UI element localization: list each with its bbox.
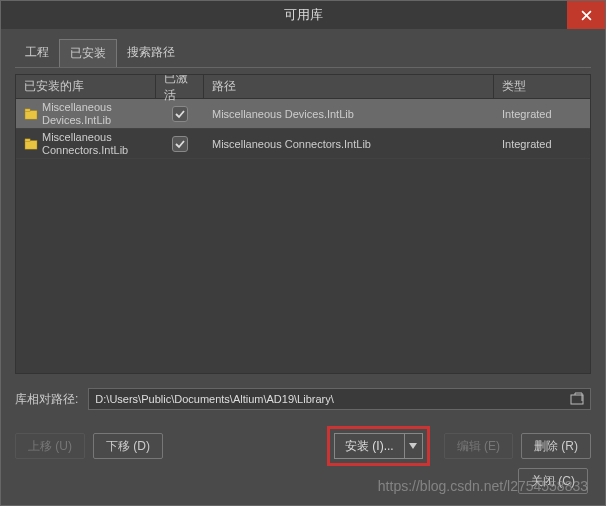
button-row: 上移 (U) 下移 (D) 安装 (I)... 编辑 (E) 删除 (R) — [15, 426, 591, 466]
cell-type: Integrated — [494, 99, 590, 128]
install-dropdown[interactable] — [405, 433, 423, 459]
dialog-window: 可用库 工程 已安装 搜索路径 已安装的库 已激活 路径 类型 Miscella… — [0, 0, 606, 506]
path-value: D:\Users\Public\Documents\Altium\AD19\Li… — [95, 393, 333, 405]
svg-rect-2 — [25, 140, 37, 149]
close-icon[interactable] — [567, 1, 605, 29]
path-row: 库相对路径: D:\Users\Public\Documents\Altium\… — [15, 388, 591, 410]
svg-rect-4 — [571, 395, 583, 404]
svg-rect-0 — [25, 110, 37, 119]
col-header-name[interactable]: 已安装的库 — [16, 75, 156, 98]
library-table: 已安装的库 已激活 路径 类型 Miscellaneous Devices.In… — [15, 74, 591, 374]
titlebar: 可用库 — [1, 1, 605, 29]
table-row[interactable]: Miscellaneous Devices.IntLib Miscellaneo… — [16, 99, 590, 129]
lib-name: Miscellaneous Devices.IntLib — [42, 101, 148, 125]
col-header-type[interactable]: 类型 — [494, 75, 590, 98]
svg-rect-3 — [25, 138, 30, 141]
cell-type: Integrated — [494, 129, 590, 158]
browse-icon[interactable] — [570, 392, 584, 406]
library-icon — [24, 138, 38, 150]
path-label: 库相对路径: — [15, 391, 78, 408]
tab-searchpath[interactable]: 搜索路径 — [117, 39, 185, 67]
path-input[interactable]: D:\Users\Public\Documents\Altium\AD19\Li… — [88, 388, 591, 410]
delete-button[interactable]: 删除 (R) — [521, 433, 591, 459]
close-button[interactable]: 关闭 (C) — [518, 468, 588, 494]
move-up-button: 上移 (U) — [15, 433, 85, 459]
footer: 关闭 (C) — [510, 462, 596, 500]
dialog-title: 可用库 — [284, 6, 323, 24]
cell-name: Miscellaneous Connectors.IntLib — [16, 129, 156, 158]
col-header-path[interactable]: 路径 — [204, 75, 494, 98]
col-header-active[interactable]: 已激活 — [156, 75, 204, 98]
checkbox-icon[interactable] — [172, 136, 188, 152]
move-down-button[interactable]: 下移 (D) — [93, 433, 163, 459]
chevron-down-icon — [409, 443, 417, 449]
svg-rect-1 — [25, 108, 30, 111]
lib-name: Miscellaneous Connectors.IntLib — [42, 131, 148, 155]
tab-project[interactable]: 工程 — [15, 39, 59, 67]
table-row[interactable]: Miscellaneous Connectors.IntLib Miscella… — [16, 129, 590, 159]
tab-installed[interactable]: 已安装 — [59, 39, 117, 67]
install-highlight: 安装 (I)... — [327, 426, 430, 466]
cell-path: Miscellaneous Devices.IntLib — [204, 99, 494, 128]
cell-name: Miscellaneous Devices.IntLib — [16, 99, 156, 128]
checkbox-icon[interactable] — [172, 106, 188, 122]
cell-active[interactable] — [156, 99, 204, 128]
dialog-content: 工程 已安装 搜索路径 已安装的库 已激活 路径 类型 Miscellaneou… — [1, 29, 605, 476]
tabs: 工程 已安装 搜索路径 — [15, 39, 591, 68]
edit-button: 编辑 (E) — [444, 433, 513, 459]
library-icon — [24, 108, 38, 120]
install-button[interactable]: 安装 (I)... — [334, 433, 405, 459]
table-header: 已安装的库 已激活 路径 类型 — [16, 75, 590, 99]
cell-path: Miscellaneous Connectors.IntLib — [204, 129, 494, 158]
cell-active[interactable] — [156, 129, 204, 158]
